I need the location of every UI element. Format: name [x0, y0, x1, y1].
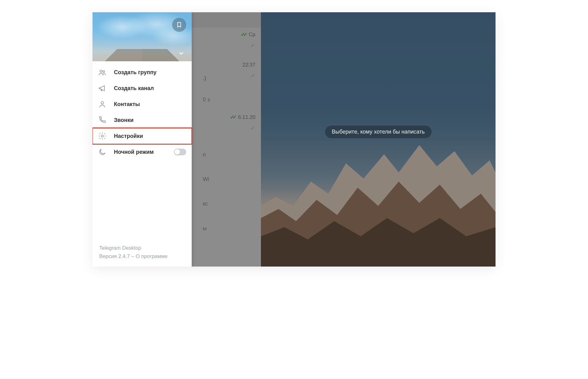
- menu-item-label: Ночной режим: [114, 149, 154, 155]
- menu-new-channel[interactable]: Создать канал: [92, 80, 192, 96]
- drawer-header: [92, 12, 192, 61]
- person-icon: [98, 100, 107, 108]
- gear-icon: [98, 132, 107, 140]
- bookmark-icon: [176, 22, 182, 28]
- drawer-menu: Создать группу Создать канал: [92, 61, 192, 160]
- menu-item-label: Создать канал: [114, 85, 154, 92]
- menu-night-mode[interactable]: Ночной режим: [92, 144, 192, 160]
- menu-contacts[interactable]: Контакты: [92, 96, 192, 112]
- svg-point-2: [101, 101, 104, 104]
- menu-settings[interactable]: Настройки: [92, 128, 192, 144]
- menu-new-group[interactable]: Создать группу: [92, 64, 192, 80]
- main-dimmer: [261, 12, 496, 267]
- app-name: Telegram Desktop: [99, 244, 185, 252]
- chevron-down-icon: [178, 50, 185, 57]
- app-version-line[interactable]: Версия 2.4.7 – О программе: [99, 252, 185, 260]
- menu-item-label: Контакты: [114, 101, 140, 108]
- menu-item-label: Создать группу: [114, 69, 156, 76]
- menu-calls[interactable]: Звонки: [92, 112, 192, 128]
- menu-item-label: Настройки: [114, 133, 143, 139]
- megaphone-icon: [98, 84, 107, 93]
- phone-icon: [98, 116, 107, 124]
- chat-main-area: Выберите, кому хотели бы написать: [261, 12, 496, 267]
- svg-point-0: [100, 70, 102, 72]
- menu-item-label: Звонки: [114, 117, 134, 123]
- app-window: ✓✓ Ср .) 22:37: [92, 12, 496, 267]
- svg-point-3: [101, 135, 104, 137]
- group-icon: [98, 68, 107, 77]
- drawer-footer: Telegram Desktop Версия 2.4.7 – О програ…: [92, 244, 192, 267]
- empty-chat-placeholder: Выберите, кому хотели бы написать: [325, 126, 432, 138]
- night-mode-toggle[interactable]: [174, 149, 186, 155]
- account-expand-button[interactable]: [177, 49, 186, 58]
- moon-icon: [98, 148, 107, 156]
- saved-messages-button[interactable]: [172, 18, 186, 32]
- svg-point-1: [103, 71, 105, 73]
- main-menu-drawer: Создать группу Создать канал: [92, 12, 192, 267]
